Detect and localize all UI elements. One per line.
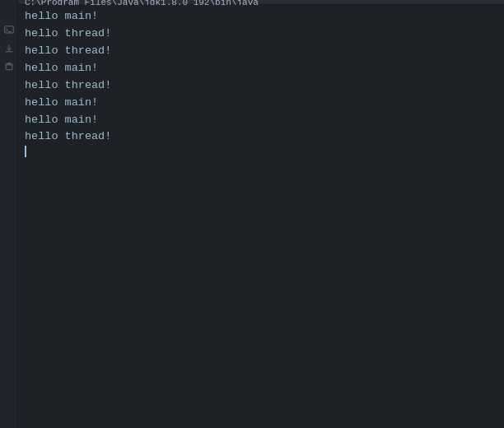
- output-area[interactable]: hello main! hello thread! hello thread! …: [18, 5, 504, 428]
- terminal-cursor: [25, 146, 26, 157]
- output-line-4: hello main!: [25, 60, 497, 77]
- trash-icon[interactable]: [3, 61, 15, 72]
- download-icon[interactable]: [3, 43, 15, 54]
- output-line-2: hello thread!: [25, 26, 497, 43]
- terminal-window: C:\Program Files\Java\jdk1.8.0_192\bin\j…: [0, 0, 504, 428]
- output-line-5: hello thread!: [25, 77, 497, 95]
- sidebar: [0, 0, 18, 428]
- output-line-3: hello thread!: [25, 43, 497, 60]
- output-line-1: hello main!: [25, 8, 497, 26]
- output-line-8: hello thread!: [25, 128, 497, 146]
- svg-rect-4: [6, 65, 12, 70]
- terminal-content: C:\Program Files\Java\jdk1.8.0_192\bin\j…: [18, 0, 504, 428]
- terminal-icon[interactable]: [3, 25, 15, 36]
- output-line-6: hello main!: [25, 95, 497, 112]
- output-line-7: hello main!: [25, 112, 497, 129]
- cursor-line: [25, 146, 497, 157]
